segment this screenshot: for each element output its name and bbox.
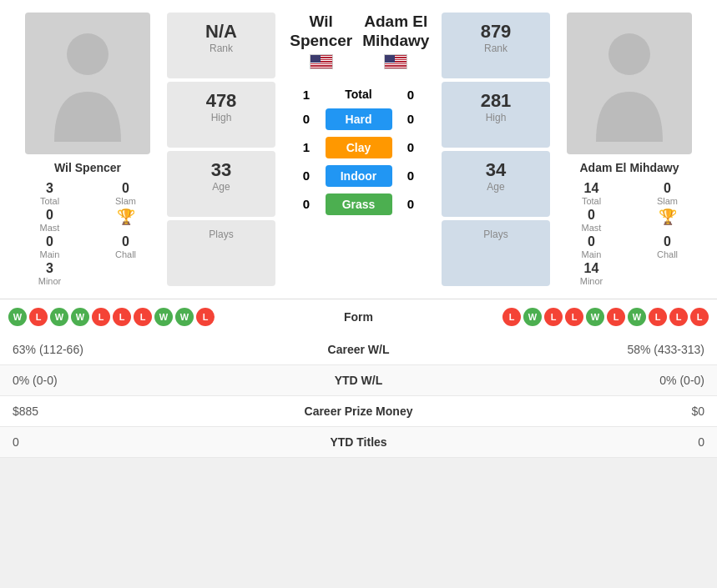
form-badge-l: L (92, 308, 110, 326)
stats-row-2: 0% (0-0) YTD W/L 0% (0-0) (0, 365, 717, 396)
cmp-p2-grass: 0 (401, 197, 422, 211)
player1-age-val: 33 (171, 159, 271, 181)
player2-total-cell: 14 Total (554, 181, 629, 206)
player2-total-label: Total (582, 196, 601, 206)
cmp-hard-row: 0 Hard 0 (284, 108, 433, 130)
p2-form: LWLLWLWLLL (392, 308, 709, 326)
player2-rank-label: Rank (446, 43, 546, 54)
player1-main-cell: 0 Main (13, 234, 87, 259)
cmp-p1-grass: 0 (296, 197, 317, 211)
player1-rank-label: Rank (171, 43, 271, 54)
form-badge-l: L (649, 308, 667, 326)
player1-stats-grid: 3 Total 0 Slam 0 Mast 🏆 0 Main (13, 181, 163, 286)
player2-slam-cell: 0 Slam (630, 181, 704, 206)
stats-row-left-4: 0 (13, 435, 296, 449)
player2-slam-label: Slam (657, 196, 678, 206)
player1-mast-label: Mast (40, 223, 60, 233)
player1-block: Wil Spencer 3 Total 0 Slam 0 Mast 🏆 (13, 13, 163, 286)
player1-rank-box: N/A Rank (167, 13, 275, 78)
cmp-indoor-badge: Indoor (326, 165, 392, 187)
cmp-indoor-row: 0 Indoor 0 (284, 165, 433, 187)
form-label: Form (326, 310, 392, 324)
p2-flag-us (384, 54, 407, 69)
player1-slam-label: Slam (115, 196, 136, 206)
player1-total-cell: 3 Total (13, 181, 87, 206)
player1-minor-label: Minor (38, 276, 62, 286)
player1-age-box: 33 Age (167, 151, 275, 217)
form-badge-w: W (523, 308, 542, 326)
top-area: Wil Spencer 3 Total 0 Slam 0 Mast 🏆 (0, 0, 717, 299)
player2-avatar (567, 13, 692, 154)
p1-name-center: Wil Spencer (284, 13, 359, 51)
player2-high-box: 281 High (442, 82, 550, 148)
stats-row-1: 63% (112-66) Career W/L 58% (433-313) (0, 334, 717, 365)
form-badge-l: L (669, 308, 688, 326)
player2-chall-val: 0 (664, 234, 671, 249)
player2-mast-cell: 0 Mast (554, 208, 629, 233)
stats-row-center-4: YTD Titles (296, 435, 422, 449)
player1-trophy-icon: 🏆 (117, 208, 135, 226)
page-container: Wil Spencer 3 Total 0 Slam 0 Mast 🏆 (0, 0, 717, 458)
p1-flag (284, 54, 359, 73)
cmp-total-row: 1 Total 0 (284, 88, 433, 102)
svg-point-1 (608, 33, 650, 75)
form-badge-l: L (565, 308, 583, 326)
form-badge-w: W (8, 308, 27, 326)
player2-stats-grid: 14 Total 0 Slam 0 Mast 🏆 0 Main (554, 181, 704, 286)
player1-high-label: High (171, 112, 271, 123)
cmp-p2-hard: 0 (401, 112, 422, 126)
form-badge-w: W (586, 308, 604, 326)
form-badge-l: L (544, 308, 563, 326)
player2-age-box: 34 Age (442, 151, 550, 217)
player1-age-label: Age (171, 181, 271, 193)
cmp-clay-badge: Clay (326, 137, 392, 158)
player2-mast-label: Mast (582, 223, 602, 233)
player1-chall-val: 0 (122, 234, 129, 249)
cmp-grass-row: 0 Grass 0 (284, 193, 433, 215)
form-badge-w: W (154, 308, 173, 326)
player2-age-label: Age (446, 181, 546, 193)
form-badge-l: L (29, 308, 48, 326)
player2-chall-label: Chall (657, 249, 678, 259)
player1-rank-val: N/A (171, 21, 271, 43)
form-badge-l: L (607, 308, 625, 326)
form-badge-w: W (50, 308, 68, 326)
player1-plays-val: Plays (171, 229, 271, 240)
player2-high-val: 281 (446, 90, 546, 112)
form-badge-w: W (628, 308, 646, 326)
player2-block: Adam El Mihdawy 14 Total 0 Slam 0 Mast 🏆 (554, 13, 704, 286)
player2-rank-val: 879 (446, 21, 546, 43)
player2-age-val: 34 (446, 159, 546, 181)
player2-plays-box: Plays (442, 220, 550, 286)
player2-mast-val: 0 (588, 208, 595, 223)
player2-rank-box: 879 Rank (442, 13, 550, 78)
player1-stats-panel: N/A Rank 478 High 33 Age Plays (167, 13, 275, 286)
player1-mast-cell: 0 Mast (13, 208, 87, 233)
form-badge-w: W (175, 308, 194, 326)
cmp-p1-indoor: 0 (296, 168, 317, 183)
cmp-p1-total: 1 (296, 88, 317, 102)
form-badge-l: L (196, 308, 215, 326)
svg-point-0 (67, 33, 109, 75)
p2-header: Adam El Mihdawy (359, 13, 434, 73)
player2-high-label: High (446, 112, 546, 123)
player2-total-val: 14 (584, 181, 599, 196)
player1-high-val: 478 (171, 90, 271, 112)
player2-main-label: Main (582, 249, 602, 259)
form-section: WLWWLLLWWL Form LWLLWLWLLL (0, 299, 717, 334)
player1-main-label: Main (40, 249, 60, 259)
player2-minor-cell: 14 Minor (554, 261, 629, 286)
player1-plays-box: Plays (167, 220, 275, 286)
cmp-p1-clay: 1 (296, 140, 317, 154)
stats-row-left-1: 63% (112-66) (13, 343, 296, 356)
stats-row-right-3: $0 (422, 405, 705, 418)
cmp-p2-indoor: 0 (401, 168, 422, 183)
player2-chall-cell: 0 Chall (630, 234, 704, 259)
stats-row-left-3: $885 (13, 405, 296, 418)
p1-flag-us (310, 54, 333, 69)
form-badge-w: W (71, 308, 89, 326)
player2-slam-val: 0 (664, 181, 671, 196)
stats-row-center-3: Career Prize Money (296, 405, 422, 418)
player1-minor-val: 3 (46, 261, 53, 276)
player1-main-val: 0 (46, 234, 53, 249)
